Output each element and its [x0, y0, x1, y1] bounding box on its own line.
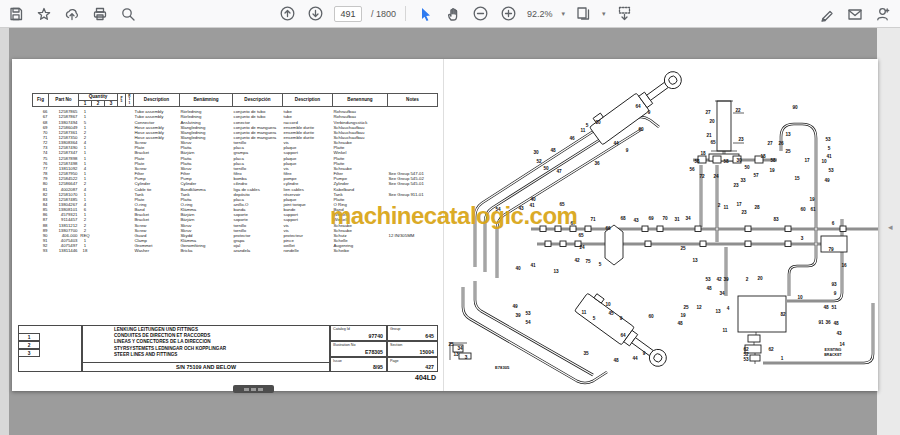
callout-label: 30 [736, 158, 742, 163]
callout-label: 4 [727, 306, 730, 311]
col-header-part-no: Part No [49, 94, 79, 107]
minus-circle-icon [472, 5, 489, 22]
chevron-down-icon[interactable]: ▾ [602, 10, 606, 18]
col-header-p: P 5 [118, 94, 126, 107]
callout-label: 49 [512, 304, 518, 309]
callout-label: 13 [453, 352, 459, 357]
callout-label: 9 [643, 351, 646, 356]
scroll-mode-button[interactable] [615, 4, 634, 23]
callout-label: 34 [719, 291, 725, 296]
watermark-text: machinecatalogic.com [330, 202, 577, 230]
callout-label: 52 [536, 159, 542, 164]
existing-bracket-label-2: BRACKET [824, 353, 842, 357]
email-button[interactable] [845, 4, 864, 23]
zoom-level-select[interactable]: 92.2% [527, 9, 553, 19]
callout-label: 13 [715, 309, 721, 314]
callout-label: 60 [800, 207, 806, 212]
callout-label: 58 [694, 159, 700, 164]
title-line-en: STEER LINES AND FITTINGS [114, 352, 328, 358]
print-button[interactable] [90, 4, 109, 23]
callout-label: 53 [825, 137, 831, 142]
illustration-no-cell: Illustration NoE78305 [330, 341, 387, 357]
page-down-button[interactable] [306, 4, 325, 23]
page-cell: Page427 [387, 357, 438, 372]
callout-label: 17 [736, 202, 742, 207]
save-icon [8, 6, 24, 22]
page-scrubber-widget[interactable] [233, 385, 274, 393]
section-cell: Section15004 [387, 341, 438, 357]
callout-label: 64 [620, 333, 626, 338]
share-button[interactable] [873, 4, 892, 23]
chevron-down-icon[interactable]: ▾ [562, 10, 566, 18]
page-up-button[interactable] [278, 4, 297, 23]
issue-cell: Issue8/95 [330, 357, 387, 372]
callout-label: 72 [699, 174, 705, 179]
callout-label: 6 [832, 221, 835, 226]
callout-label: 15 [794, 176, 800, 181]
figure-code: E78305 [495, 365, 510, 370]
group-cell: Group645 [387, 325, 438, 341]
callout-label: 2 [746, 277, 749, 282]
zoom-out-button[interactable] [471, 4, 490, 23]
search-button[interactable] [118, 4, 137, 23]
save-button[interactable] [6, 4, 25, 23]
col-header-quantity: Quantity [79, 94, 118, 101]
callout-numbers: 4648305250473611530449649606540434154404… [448, 104, 847, 363]
title-block: 1 2 3 LENKUNG LEITUNGEN UND FITTINGS CON… [18, 325, 438, 372]
title-lines: LENKUNG LEITUNGEN UND FITTINGS CONDUITES… [98, 327, 328, 358]
callout-label: 1 [781, 356, 784, 361]
row-number-3: 3 [19, 350, 39, 358]
pdf-viewer-window: 491 / 1800 [0, 0, 900, 435]
callout-label: 79 [828, 247, 834, 252]
zoom-in-button[interactable] [499, 4, 518, 23]
cloud-upload-icon [64, 6, 80, 22]
callout-label: 18 [760, 154, 766, 159]
callout-label: 20 [757, 276, 763, 281]
callout-label: 13 [553, 269, 559, 274]
collapse-panel-arrow-icon[interactable]: ◂ [888, 222, 893, 232]
callout-label: 10 [821, 159, 827, 164]
upload-button[interactable] [62, 4, 81, 23]
callout-label: 24 [579, 245, 585, 250]
fit-page-button[interactable] [574, 4, 593, 23]
component-box-79 [821, 236, 847, 252]
serial-number-line: S/N 75109 AND BELOW [82, 362, 330, 372]
callout-label: 21 [706, 133, 712, 138]
catalog-id-cell: Catalog Id97740 [330, 325, 387, 341]
existing-bracket-label-1: EXISTING [825, 348, 842, 352]
callout-label: 9 [626, 148, 629, 153]
callout-label: 48 [706, 286, 712, 291]
callout-label: 66 [605, 226, 611, 231]
callout-label: 27 [705, 110, 711, 115]
right-rail: ◂ [877, 28, 900, 435]
col-header-benamning: Benämning [180, 94, 233, 107]
page-number-input[interactable]: 491 [334, 6, 362, 22]
callout-label: 9 [620, 316, 623, 321]
callout-label: 62 [768, 347, 774, 352]
callout-label: 36 [825, 320, 831, 325]
favorite-button[interactable] [34, 4, 53, 23]
callout-label: 14 [839, 342, 845, 347]
callout-label: 53 [743, 357, 749, 362]
callout-label: 19 [769, 168, 775, 173]
select-tool-button[interactable] [415, 4, 434, 23]
callout-label: 56 [689, 167, 695, 172]
callout-label: 30 [595, 120, 601, 125]
callout-label: 25 [448, 342, 454, 347]
model-label: 404LD [370, 374, 436, 381]
callout-label: 65 [710, 140, 716, 145]
callout-label: 51 [831, 305, 837, 310]
callout-label: 13 [692, 258, 698, 263]
callout-label: 39 [515, 313, 521, 318]
printer-icon [92, 6, 108, 22]
callout-label: 9 [648, 110, 651, 115]
hand-tool-button[interactable] [443, 4, 462, 23]
callout-label: 5 [586, 123, 589, 128]
search-icon [120, 6, 136, 22]
callout-label: 83 [773, 217, 779, 222]
callout-label: 43 [633, 218, 639, 223]
sign-button[interactable] [817, 4, 836, 23]
callout-label: 48 [823, 305, 829, 310]
callout-label: 35 [583, 351, 589, 356]
callout-label: 43 [836, 331, 842, 336]
